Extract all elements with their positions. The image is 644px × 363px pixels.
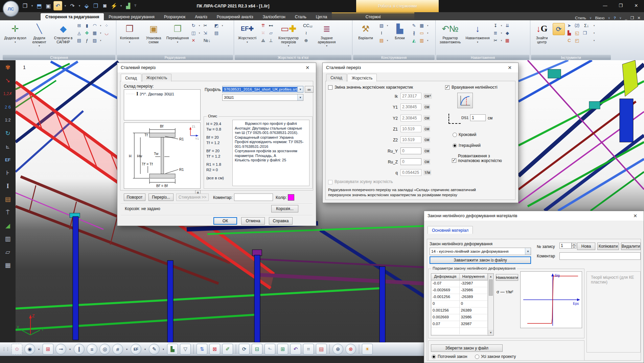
table-row[interactable]: 0.00266932986 (431, 314, 488, 321)
run-dropdown-icon[interactable]: ▾ (119, 1, 123, 10)
joint-button[interactable]: Стикування >> (176, 194, 209, 201)
unloading-checkbox[interactable] (452, 158, 456, 163)
hinges-icon[interactable] (260, 30, 267, 36)
dome-generator-icon[interactable] (91, 22, 98, 29)
block-exchange-icon[interactable] (197, 344, 207, 355)
truss-generator-icon[interactable] (76, 30, 83, 36)
stiffness-dialog-titlebar[interactable]: Сталевий переріз ✕ (323, 63, 518, 72)
redo-icon[interactable]: ↷ (68, 1, 76, 10)
mirror-block-icon[interactable] (252, 344, 262, 355)
add-element-button[interactable]: ╲ Додати елемент ▾ (28, 22, 51, 53)
scroll-down-icon[interactable]: ▼ (488, 330, 493, 335)
pen-plus-icon[interactable] (411, 22, 417, 29)
surface-formula-icon[interactable] (84, 37, 90, 44)
table-scrollbar[interactable]: ▲ ▼ (488, 274, 493, 335)
ok-button[interactable]: ОК (213, 217, 237, 225)
tree-item-ibeam[interactable]: ······ I 3*і^. Двотавр 30Ш1 (126, 91, 198, 97)
pack-scheme-button[interactable]: ▣ Упаковка схеми (142, 22, 165, 53)
profile-name-combo[interactable]: 30Ш1 ▼ (222, 94, 303, 101)
copy-load-icon[interactable] (504, 22, 511, 29)
steel-section-dialog-titlebar[interactable]: Сталевий переріз ✕ (117, 63, 316, 72)
spring-icon[interactable] (303, 30, 309, 36)
deformation-law-button[interactable] (457, 93, 473, 108)
frame-edit-icon[interactable] (418, 30, 425, 36)
move-block-icon[interactable] (264, 344, 275, 355)
tower-generator-icon[interactable] (76, 37, 83, 44)
merge-dropdown-icon[interactable]: ▾ (221, 22, 224, 29)
help-button[interactable]: Справка (269, 217, 293, 225)
stack-panel-icon[interactable] (2, 234, 14, 244)
law-comment-input[interactable] (559, 252, 641, 260)
frame-dropdown-icon[interactable]: ▾ (426, 30, 429, 36)
table-dropdown-icon[interactable]: ▾ (426, 22, 429, 29)
free-nodes-icon[interactable] (103, 22, 110, 29)
mirror-dropdown-icon[interactable]: ▾ (198, 30, 201, 36)
menu-window[interactable]: Вікно (595, 16, 604, 20)
add-node-button[interactable]: ✛ Додати вузол ▾ (4, 22, 27, 53)
wedge-panel-icon[interactable] (2, 221, 14, 231)
tab-advanced-edit[interactable]: Розширене редагування (104, 13, 159, 20)
select-nodes-dropdown-icon[interactable]: ▾ (37, 348, 41, 351)
rotate-dropdown-icon[interactable]: ▾ (198, 22, 201, 29)
brick-plus-icon[interactable] (418, 37, 425, 44)
frame-generator-icon[interactable] (76, 22, 83, 29)
plate-panel-icon[interactable] (2, 247, 14, 257)
tab-composition[interactable]: Склад (326, 74, 347, 82)
quad-down-icon[interactable] (574, 30, 580, 36)
select-elements-icon[interactable] (55, 344, 66, 355)
change-stiffness-checkbox[interactable] (328, 85, 332, 90)
plate-mesh-icon[interactable] (91, 30, 98, 36)
toolbar-handle[interactable]: ⋮⋮ (2, 347, 9, 351)
comment-input[interactable] (234, 194, 273, 201)
corrosion-button[interactable]: Корозія... (271, 205, 298, 212)
variants-button[interactable]: ⚒ Варіанти (354, 22, 377, 53)
ibeam-panel-icon[interactable] (2, 181, 14, 191)
model-3d-icon[interactable]: ⬙ (83, 1, 91, 10)
section-view-button[interactable]: Переріз... (148, 194, 174, 201)
open-document-icon[interactable]: ⬒ (35, 1, 43, 10)
close-icon[interactable]: ✕ (302, 64, 313, 72)
field-input-q[interactable] (400, 169, 421, 176)
qat-customize-icon[interactable]: ₸ (133, 1, 137, 10)
move-button[interactable]: ❐ Переміщення ▾ (166, 22, 189, 53)
histogram-dropdown-icon[interactable]: ▾ (593, 30, 596, 36)
assign-section-icon[interactable] (2, 168, 14, 178)
copy-law-button[interactable]: Копіювати (597, 243, 619, 250)
steel-ibeam-icon[interactable] (378, 30, 385, 36)
tab-bars[interactable]: Стержні (332, 13, 414, 20)
weight-load-icon[interactable] (492, 22, 499, 29)
weight-dropdown-icon[interactable]: ▾ (500, 22, 503, 29)
redo-dropdown-icon[interactable]: ▾ (77, 1, 82, 10)
distributed-dropdown-icon[interactable]: ▾ (500, 30, 503, 36)
table-row[interactable]: -0.002669-32986 (431, 287, 488, 294)
field-input-z2[interactable] (400, 136, 421, 143)
undo-dropdown-icon[interactable]: ▾ (63, 1, 67, 10)
resize-fragment-icon[interactable] (202, 30, 209, 36)
quad-dropdown-icon[interactable]: ▾ (593, 37, 596, 44)
tab-reinforced-concrete[interactable]: Залізобетон (258, 13, 290, 20)
menu-help[interactable]: ? (614, 16, 616, 20)
law-combo-arrow-icon[interactable]: ▼ (525, 248, 531, 255)
cc12-icon[interactable] (303, 22, 313, 29)
rigid-link-icon[interactable] (268, 22, 274, 29)
scale-12-icon[interactable] (2, 115, 14, 125)
load-law-from-file-button[interactable]: Завантажити закон із файлу (430, 256, 531, 264)
histogram-icon[interactable] (566, 30, 573, 36)
column-header-stress[interactable]: Напруження (460, 274, 488, 280)
loads-button[interactable]: ↓ Навантаження ▾ (464, 22, 491, 53)
blocks-button[interactable]: ▙ Блоки (390, 22, 410, 53)
copy-button[interactable]: ❒ Копіювання ▾ (118, 22, 141, 53)
step-method-radio[interactable] (453, 133, 457, 137)
book-icon[interactable]: ❒ (92, 1, 100, 10)
cursor-dropdown-icon[interactable]: ▾ (593, 22, 596, 29)
table-row[interactable]: 0.0732987 (431, 321, 488, 328)
profile-file-combo-arrow-icon[interactable]: ▼ (297, 86, 303, 92)
scissors-icon[interactable] (202, 22, 209, 29)
profile-file-combo[interactable]: 97638531_2016_SH_short_UK.profiles.srt> … (222, 86, 303, 93)
doc-restore-button[interactable]: ❐ (630, 16, 634, 20)
switch-windows-icon[interactable] (581, 30, 588, 36)
rotate-section-button[interactable]: Поворот (124, 194, 145, 201)
scroll-up-icon[interactable]: ▲ (488, 274, 493, 279)
arc-generator-icon[interactable] (103, 30, 110, 36)
ds-input[interactable] (470, 114, 486, 121)
